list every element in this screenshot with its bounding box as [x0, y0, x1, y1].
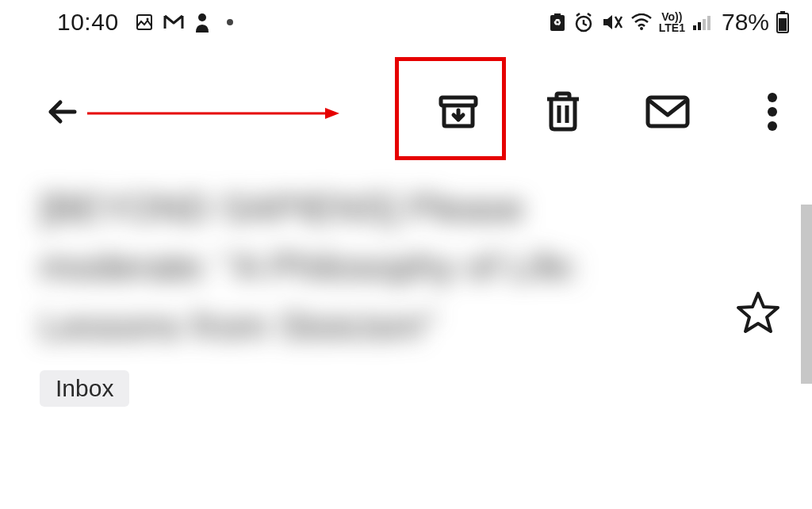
svg-rect-8: [698, 22, 701, 30]
trash-icon: [542, 90, 584, 134]
network-label: Vo)) LTE1: [659, 11, 685, 33]
status-left: 10:40: [57, 9, 233, 36]
status-right: ♻ Vo)) LTE1 78%: [548, 9, 790, 36]
person-icon: [193, 12, 211, 33]
envelope-icon: [645, 94, 691, 129]
delete-button[interactable]: [539, 88, 587, 136]
svg-text:♻: ♻: [553, 17, 561, 27]
star-outline-icon: [736, 290, 780, 335]
back-button[interactable]: [40, 90, 84, 134]
battery-percent: 78%: [722, 9, 769, 36]
recycle-icon: ♻: [548, 12, 567, 33]
email-content: [BEYOND SAPIENS] Please moderate: "A Phi…: [0, 179, 812, 407]
wifi-icon: [630, 13, 653, 31]
mark-unread-button[interactable]: [644, 88, 691, 136]
star-button[interactable]: [736, 290, 780, 338]
toolbar-actions: [435, 88, 796, 136]
back-arrow-icon: [43, 93, 81, 131]
inbox-label[interactable]: Inbox: [40, 370, 129, 407]
more-vert-icon: [767, 92, 778, 132]
svg-point-21: [768, 107, 777, 117]
archive-icon: [436, 90, 481, 134]
svg-marker-15: [325, 108, 339, 119]
gallery-icon: [135, 13, 154, 32]
svg-rect-9: [703, 19, 706, 30]
email-subject: [BEYOND SAPIENS] Please moderate: "A Phi…: [40, 179, 674, 356]
svg-point-20: [768, 93, 777, 102]
svg-point-1: [146, 18, 148, 21]
svg-point-2: [198, 13, 206, 21]
battery-icon: [776, 11, 790, 33]
notification-dot-icon: [227, 19, 233, 25]
clock: 10:40: [57, 9, 119, 36]
signal-icon: [691, 13, 712, 31]
svg-rect-13: [779, 18, 787, 31]
svg-point-22: [768, 121, 777, 131]
gmail-m-icon: [163, 14, 184, 30]
alarm-icon: [573, 12, 594, 33]
scrollbar[interactable]: [801, 205, 812, 384]
svg-rect-7: [693, 25, 696, 30]
more-button[interactable]: [749, 88, 796, 136]
archive-button[interactable]: [435, 88, 482, 136]
email-toolbar: [0, 44, 812, 179]
svg-rect-16: [441, 98, 476, 105]
svg-rect-10: [707, 16, 710, 30]
svg-point-6: [640, 27, 643, 30]
annotation-arrow: [87, 101, 341, 125]
status-bar: 10:40 ♻ Vo)) LTE1 78%: [0, 0, 812, 44]
mute-vibrate-icon: [600, 12, 624, 33]
